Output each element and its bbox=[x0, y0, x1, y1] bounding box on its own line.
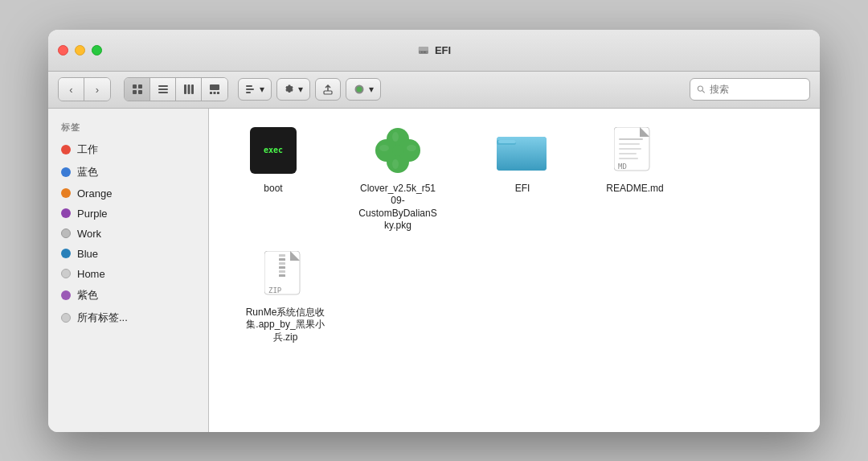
titlebar: EFI bbox=[48, 30, 820, 72]
svg-point-32 bbox=[379, 145, 389, 151]
list-view-button[interactable] bbox=[150, 78, 176, 101]
tag-dot-purple2 bbox=[61, 290, 71, 300]
svg-rect-56 bbox=[279, 274, 285, 277]
sidebar-label-purple: Purple bbox=[77, 208, 108, 220]
svg-rect-53 bbox=[279, 262, 285, 265]
tag-dot-blue2 bbox=[61, 249, 71, 258]
sidebar-item-work[interactable]: Work bbox=[48, 224, 208, 244]
tag-dropdown-arrow: ▾ bbox=[369, 84, 374, 95]
column-view-button[interactable] bbox=[176, 78, 202, 101]
search-box[interactable] bbox=[690, 78, 810, 101]
file-icon-efi bbox=[497, 125, 548, 176]
minimize-button[interactable] bbox=[75, 45, 85, 56]
sidebar-item-all-tags[interactable]: 所有标签... bbox=[48, 307, 208, 329]
file-icon-boot: exec bbox=[248, 125, 299, 176]
svg-rect-14 bbox=[210, 84, 219, 90]
sidebar-label-blue: Blue bbox=[77, 248, 98, 260]
svg-rect-5 bbox=[138, 84, 142, 88]
svg-rect-4 bbox=[133, 84, 137, 88]
file-item-readme[interactable]: MD README.md bbox=[595, 125, 675, 233]
svg-rect-15 bbox=[210, 92, 212, 94]
svg-rect-38 bbox=[498, 140, 516, 143]
sidebar-item-orange[interactable]: Orange bbox=[48, 183, 208, 204]
svg-rect-43 bbox=[619, 143, 640, 145]
grid-view-button[interactable] bbox=[125, 78, 150, 101]
svg-rect-52 bbox=[279, 258, 285, 261]
traffic-lights bbox=[58, 45, 102, 56]
sidebar-section-tags: 标签 bbox=[48, 118, 208, 138]
file-icon-readme: MD bbox=[609, 125, 661, 176]
sidebar-label-lanse: 蓝色 bbox=[77, 165, 98, 179]
svg-rect-21 bbox=[324, 91, 332, 94]
tag-dot-gray2 bbox=[61, 269, 71, 278]
file-icon-clover bbox=[372, 125, 424, 176]
file-item-efi[interactable]: EFI bbox=[482, 125, 563, 233]
sidebar-item-purple[interactable]: Purple bbox=[48, 204, 208, 224]
tag-dot-red bbox=[61, 145, 71, 154]
tag-dot-blue bbox=[61, 167, 71, 177]
svg-rect-45 bbox=[619, 153, 637, 154]
svg-rect-51 bbox=[279, 254, 285, 257]
svg-point-33 bbox=[407, 145, 416, 151]
svg-rect-17 bbox=[217, 92, 219, 94]
action-dropdown-arrow: ▾ bbox=[298, 84, 303, 95]
svg-point-24 bbox=[698, 86, 702, 91]
svg-rect-12 bbox=[187, 84, 190, 94]
search-input[interactable] bbox=[710, 84, 803, 95]
file-item-boot[interactable]: exec boot bbox=[233, 125, 313, 233]
svg-rect-8 bbox=[158, 85, 168, 87]
svg-rect-44 bbox=[619, 148, 641, 150]
titlebar-center: EFI bbox=[417, 43, 451, 56]
main-content: 标签 工作 蓝色 Orange Purple Work bbox=[48, 109, 820, 432]
sidebar-item-zise[interactable]: 紫色 bbox=[48, 284, 208, 307]
svg-text:MD: MD bbox=[618, 163, 627, 171]
svg-point-34 bbox=[392, 159, 399, 169]
svg-line-25 bbox=[702, 91, 705, 93]
svg-rect-16 bbox=[214, 92, 216, 94]
group-dropdown-arrow: ▾ bbox=[260, 84, 264, 95]
file-label-boot: boot bbox=[264, 183, 282, 196]
back-button[interactable]: ‹ bbox=[59, 78, 84, 101]
finder-window: EFI ‹ › ▾ bbox=[48, 30, 820, 432]
svg-rect-9 bbox=[158, 88, 168, 90]
group-button[interactable]: ▾ bbox=[238, 78, 272, 101]
sidebar-item-lanse[interactable]: 蓝色 bbox=[48, 161, 208, 183]
svg-rect-19 bbox=[246, 88, 254, 90]
svg-rect-18 bbox=[246, 85, 252, 87]
exec-icon: exec bbox=[250, 127, 297, 174]
file-label-runme: RunMe系统信息收集.app_by_黑果小兵.zip bbox=[245, 307, 326, 344]
search-icon bbox=[697, 84, 706, 94]
file-item-runme[interactable]: ZIP RunMe系统信息收集.app_by_黑果小兵.zip bbox=[233, 249, 338, 344]
file-label-efi: EFI bbox=[515, 183, 530, 196]
gallery-view-button[interactable] bbox=[202, 78, 227, 101]
sidebar-item-blue[interactable]: Blue bbox=[48, 244, 208, 264]
nav-buttons: ‹ › bbox=[58, 77, 111, 101]
clover-svg-icon bbox=[372, 125, 424, 176]
svg-rect-46 bbox=[619, 158, 638, 159]
sidebar-label-all-tags: 所有标签... bbox=[77, 311, 128, 325]
file-item-clover[interactable]: Clover_v2.5k_r5109-CustomByDalianSky.pkg bbox=[346, 125, 450, 233]
svg-point-23 bbox=[357, 87, 362, 93]
svg-rect-11 bbox=[184, 84, 186, 94]
svg-point-30 bbox=[392, 145, 403, 156]
sidebar-label-zise: 紫色 bbox=[77, 288, 98, 303]
sidebar-item-home[interactable]: Home bbox=[48, 264, 208, 284]
sidebar-label-gongzuo: 工作 bbox=[77, 142, 98, 157]
svg-rect-13 bbox=[191, 84, 194, 94]
tag-button[interactable]: ▾ bbox=[346, 78, 381, 101]
action-button[interactable]: ▾ bbox=[276, 78, 310, 101]
file-icon-runme: ZIP bbox=[260, 249, 311, 300]
svg-rect-55 bbox=[279, 270, 285, 273]
svg-rect-6 bbox=[133, 90, 137, 94]
svg-rect-2 bbox=[421, 51, 423, 53]
svg-rect-7 bbox=[138, 90, 142, 94]
sidebar-item-gongzuo[interactable]: 工作 bbox=[48, 138, 208, 161]
maximize-button[interactable] bbox=[92, 45, 102, 56]
close-button[interactable] bbox=[58, 45, 68, 56]
svg-rect-3 bbox=[424, 51, 426, 53]
share-button[interactable] bbox=[315, 78, 341, 101]
tag-dot-gray bbox=[61, 228, 71, 238]
drive-icon bbox=[417, 43, 430, 56]
forward-button[interactable]: › bbox=[84, 78, 110, 101]
tag-dot-purple bbox=[61, 208, 71, 218]
